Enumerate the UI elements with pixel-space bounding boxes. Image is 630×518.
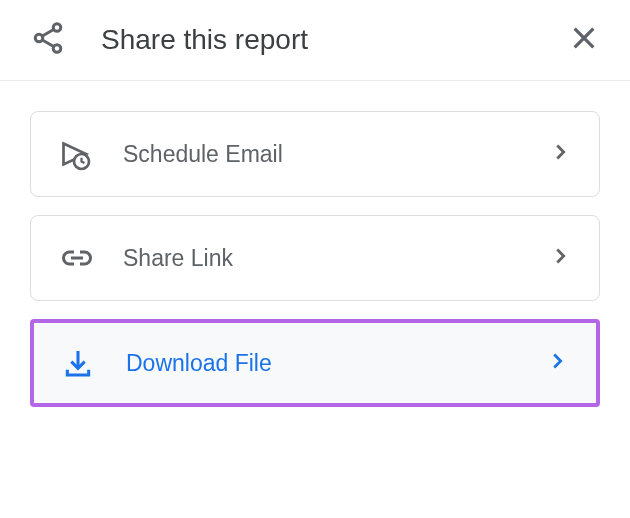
options-list: Schedule Email Share Link [0,81,630,437]
svg-line-3 [42,29,53,36]
option-label: Share Link [123,245,549,272]
schedule-email-icon [59,136,99,172]
link-icon [59,240,99,276]
option-label: Schedule Email [123,141,549,168]
download-icon [62,347,102,379]
share-link-option[interactable]: Share Link [30,215,600,301]
download-file-option[interactable]: Download File [30,319,600,407]
option-label: Download File [126,350,546,377]
chevron-right-icon [546,350,568,376]
svg-point-2 [53,45,61,53]
svg-point-0 [53,24,61,32]
svg-line-4 [42,40,53,47]
close-button[interactable] [568,22,600,58]
chevron-right-icon [549,245,571,271]
close-icon [568,22,600,54]
chevron-right-icon [549,141,571,167]
dialog-title: Share this report [101,24,568,56]
share-icon [30,20,66,60]
schedule-email-option[interactable]: Schedule Email [30,111,600,197]
svg-point-1 [35,34,43,42]
dialog-header: Share this report [0,0,630,81]
